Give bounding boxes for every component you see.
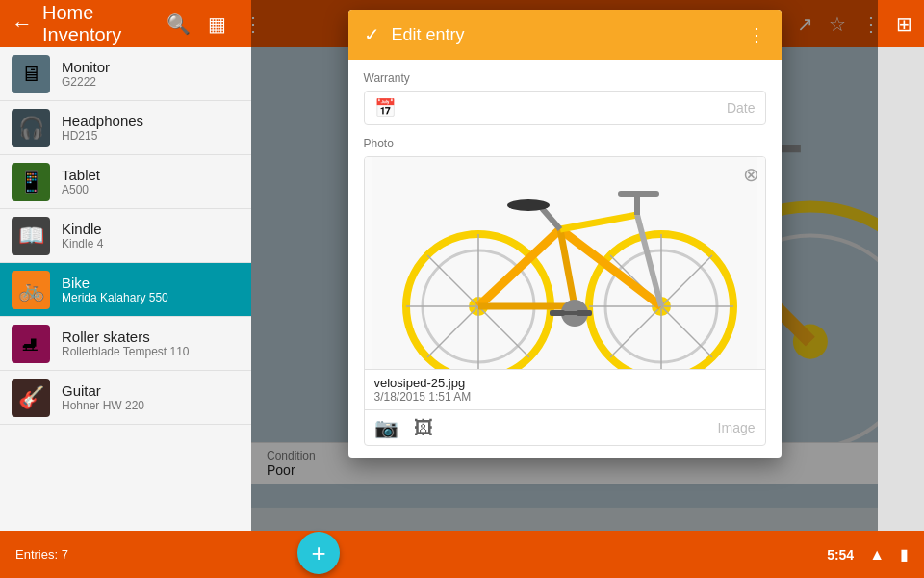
dialog-header: ✓ Edit entry ⋮ — [348, 10, 782, 60]
dialog-confirm-icon[interactable]: ✓ — [364, 23, 380, 46]
avatar-bike: 🚲 — [12, 271, 50, 309]
svg-rect-44 — [550, 310, 565, 316]
avatar-tablet: 📱 — [12, 163, 50, 201]
grid-view-icon[interactable]: ⊞ — [896, 13, 912, 36]
item-text-roller: Roller skaters Rollerblade Tempest 110 — [62, 328, 190, 358]
photo-info: velosiped-25.jpg 3/18/2015 1:51 AM — [365, 369, 765, 409]
sidebar: 🖥 Monitor G2222 🎧 Headphones HD215 📱 Tab… — [0, 47, 251, 578]
wifi-icon: ▲ — [869, 546, 885, 564]
status-time: 5:54 — [827, 547, 854, 563]
app-title: Home Inventory — [42, 2, 157, 46]
edit-dialog: ✓ Edit entry ⋮ Warranty 📅 Date Photo — [348, 10, 782, 458]
item-text-headphones: Headphones HD215 — [62, 113, 143, 143]
item-text-bike: Bike Merida Kalahary 550 — [62, 275, 168, 304]
item-name-kindle: Kindle — [62, 221, 103, 237]
item-text-tablet: Tablet A500 — [62, 167, 100, 197]
calendar-icon: 📅 — [374, 97, 396, 118]
top-bar-left-icons: 🔍 ▦ ⋮ — [167, 13, 263, 36]
dialog-overlay: ✓ Edit entry ⋮ Warranty 📅 Date Photo — [251, 0, 878, 531]
avatar-roller: ⛸ — [12, 325, 50, 363]
entries-count: Entries: 7 — [15, 547, 68, 562]
item-name-monitor: Monitor — [62, 59, 110, 75]
svg-rect-45 — [577, 310, 592, 316]
item-sub-roller: Rollerblade Tempest 110 — [62, 345, 190, 358]
dialog-title: Edit entry — [392, 25, 735, 45]
avatar-guitar: 🎸 — [12, 379, 50, 417]
fab-button[interactable]: + — [297, 532, 340, 574]
warranty-label: Warranty — [364, 71, 766, 85]
item-sub-bike: Merida Kalahary 550 — [62, 291, 168, 304]
item-sub-headphones: HD215 — [62, 129, 143, 143]
svg-point-41 — [507, 199, 550, 211]
photo-label: Photo — [364, 137, 766, 150]
gallery-icon[interactable]: 🖼 — [414, 417, 433, 439]
sidebar-item-kindle[interactable]: 📖 Kindle Kindle 4 — [0, 209, 251, 263]
main-layout: 🖥 Monitor G2222 🎧 Headphones HD215 📱 Tab… — [0, 47, 924, 578]
photo-actions: 📷 🖼 Image — [365, 409, 765, 445]
item-sub-kindle: Kindle 4 — [62, 237, 103, 250]
photo-close-icon[interactable]: ⊗ — [743, 163, 759, 186]
bottom-bar: Entries: 7 5:54 ▲ ▮ — [0, 531, 924, 578]
barcode-icon[interactable]: ▦ — [208, 13, 226, 36]
item-sub-tablet: A500 — [62, 183, 100, 197]
photo-image-wrapper: ⊗ — [365, 157, 765, 369]
date-placeholder: Date — [403, 100, 756, 116]
search-icon[interactable]: 🔍 — [167, 13, 191, 36]
warranty-date-row[interactable]: 📅 Date — [364, 91, 766, 125]
avatar-headphones: 🎧 — [12, 109, 50, 147]
dialog-body: Warranty 📅 Date Photo — [348, 60, 782, 458]
camera-icon[interactable]: 📷 — [374, 416, 398, 439]
photo-filename: velosiped-25.jpg — [374, 376, 756, 390]
item-text-guitar: Guitar Hohner HW 220 — [62, 382, 144, 412]
sidebar-item-bike[interactable]: 🚲 Bike Merida Kalahary 550 — [0, 263, 251, 317]
sidebar-item-monitor[interactable]: 🖥 Monitor G2222 — [0, 47, 251, 101]
sidebar-item-roller-skates[interactable]: ⛸ Roller skaters Rollerblade Tempest 110 — [0, 317, 251, 371]
item-name-headphones: Headphones — [62, 113, 143, 129]
item-sub-monitor: G2222 — [62, 75, 110, 89]
item-text-monitor: Monitor G2222 — [62, 59, 110, 89]
item-text-kindle: Kindle Kindle 4 — [62, 221, 103, 250]
avatar-monitor: 🖥 — [12, 55, 50, 93]
avatar-kindle: 📖 — [12, 217, 50, 255]
content-area: ✓ Edit entry ⋮ Warranty 📅 Date Photo — [251, 0, 878, 531]
item-sub-guitar: Hohner HW 220 — [62, 399, 144, 412]
item-name-bike: Bike — [62, 275, 168, 291]
top-bar-left: ← Home Inventory 🔍 ▦ ⋮ — [12, 2, 263, 46]
photo-datetime: 3/18/2015 1:51 AM — [374, 390, 756, 404]
photo-container: ⊗ velosiped-25.jpg 3/18/2015 1:51 AM 📷 🖼… — [364, 156, 766, 446]
item-name-guitar: Guitar — [62, 382, 144, 399]
battery-icon: ▮ — [900, 545, 909, 564]
sidebar-item-guitar[interactable]: 🎸 Guitar Hohner HW 220 — [0, 371, 251, 425]
dialog-more-icon[interactable]: ⋮ — [747, 23, 766, 46]
back-button[interactable]: ← — [12, 12, 33, 37]
bike-photo-svg — [365, 157, 765, 369]
sidebar-item-tablet[interactable]: 📱 Tablet A500 — [0, 155, 251, 209]
item-name-roller: Roller skaters — [62, 328, 190, 345]
item-name-tablet: Tablet — [62, 167, 100, 183]
image-label: Image — [718, 420, 756, 435]
sidebar-item-headphones[interactable]: 🎧 Headphones HD215 — [0, 101, 251, 155]
